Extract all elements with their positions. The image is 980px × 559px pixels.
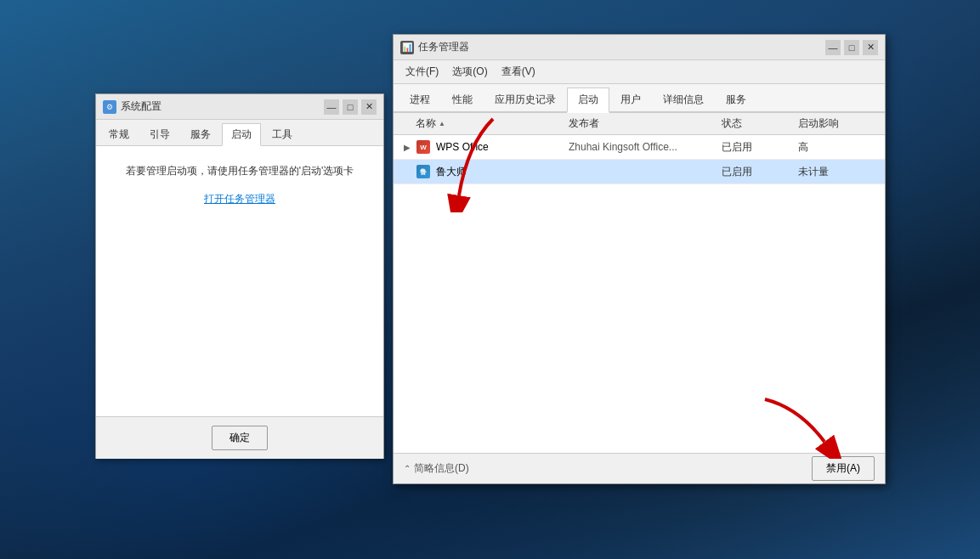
- td-status-wps: 已启用: [722, 140, 798, 155]
- tm-tab-users[interactable]: 用户: [609, 88, 652, 111]
- red-arrow-2: [756, 391, 841, 459]
- tab-gongju[interactable]: 工具: [263, 123, 302, 145]
- taskmgr-tab-bar: 进程 性能 应用历史记录 启动 用户 详细信息 服务: [394, 84, 885, 113]
- syscfg-title: 系统配置: [121, 99, 161, 114]
- expand-icon: ⌃: [404, 464, 411, 473]
- syscfg-close-btn[interactable]: ✕: [361, 99, 377, 115]
- th-publisher[interactable]: 发布者: [569, 116, 722, 131]
- taskmgr-close-btn[interactable]: ✕: [863, 40, 878, 55]
- syscfg-maximize-btn[interactable]: □: [343, 99, 358, 115]
- syscfg-titlebar: ⚙ 系统配置 — □ ✕: [96, 94, 383, 120]
- th-impact[interactable]: 启动影响: [798, 116, 875, 131]
- tm-tab-processes[interactable]: 进程: [399, 88, 441, 111]
- tab-yindao[interactable]: 引导: [140, 123, 179, 145]
- tm-tab-details[interactable]: 详细信息: [652, 88, 715, 111]
- syscfg-footer: 确定: [96, 416, 383, 459]
- taskmgr-icon: 📊: [400, 41, 414, 54]
- syscfg-description: 若要管理启动项，请使用任务管理器的'启动'选项卡: [109, 163, 371, 179]
- menu-file[interactable]: 文件(F): [399, 62, 445, 82]
- tm-tab-performance[interactable]: 性能: [441, 88, 484, 111]
- taskmgr-minimize-btn[interactable]: —: [825, 40, 841, 55]
- td-publisher-wps: Zhuhai Kingsoft Office...: [569, 141, 722, 153]
- tm-tab-services[interactable]: 服务: [715, 88, 757, 111]
- syscfg-window: ⚙ 系统配置 — □ ✕ 常规 引导 服务 启动 工具 若要管理启动项，请使用任…: [95, 93, 384, 459]
- taskmgr-maximize-btn[interactable]: □: [844, 40, 859, 55]
- footer-info-btn[interactable]: ⌃ 简略信息(D): [404, 461, 469, 476]
- td-impact-ld: 未计量: [798, 165, 875, 179]
- ludashi-icon: 鲁: [416, 164, 431, 179]
- wps-icon: W: [416, 139, 431, 155]
- tab-qidong[interactable]: 启动: [222, 123, 261, 146]
- taskmgr-window-controls: — □ ✕: [825, 40, 878, 55]
- taskmgr-title-area: 📊 任务管理器: [400, 40, 469, 54]
- syscfg-tab-bar: 常规 引导 服务 启动 工具: [96, 120, 383, 146]
- syscfg-title-area: ⚙ 系统配置: [103, 99, 161, 114]
- syscfg-ok-btn[interactable]: 确定: [212, 426, 268, 450]
- th-status[interactable]: 状态: [722, 116, 798, 131]
- tab-fuwu[interactable]: 服务: [181, 123, 220, 145]
- tab-changgui[interactable]: 常规: [99, 123, 139, 145]
- taskmgr-titlebar: 📊 任务管理器 — □ ✕: [394, 35, 885, 60]
- taskmgr-title: 任务管理器: [418, 40, 469, 54]
- disable-button[interactable]: 禁用(A): [812, 456, 875, 481]
- tm-tab-apphistory[interactable]: 应用历史记录: [484, 88, 567, 111]
- menu-options[interactable]: 选项(O): [445, 62, 494, 82]
- row-expander-wps[interactable]: ▶: [404, 143, 416, 152]
- desktop: ⚙ 系统配置 — □ ✕ 常规 引导 服务 启动 工具 若要管理启动项，请使用任…: [0, 0, 980, 559]
- syscfg-window-controls: — □ ✕: [324, 99, 377, 115]
- td-impact-wps: 高: [798, 140, 875, 155]
- taskmgr-menubar: 文件(F) 选项(O) 查看(V): [394, 60, 885, 84]
- syscfg-icon: ⚙: [103, 100, 116, 114]
- syscfg-content: 若要管理启动项，请使用任务管理器的'启动'选项卡 打开任务管理器 确定: [96, 146, 383, 459]
- red-arrow-1: [442, 110, 510, 212]
- menu-view[interactable]: 查看(V): [495, 62, 542, 82]
- footer-info-text: 简略信息(D): [414, 461, 469, 476]
- tm-tab-startup[interactable]: 启动: [567, 88, 609, 113]
- syscfg-minimize-btn[interactable]: —: [324, 99, 339, 115]
- open-taskmgr-link[interactable]: 打开任务管理器: [109, 192, 371, 206]
- td-status-ld: 已启用: [722, 165, 798, 179]
